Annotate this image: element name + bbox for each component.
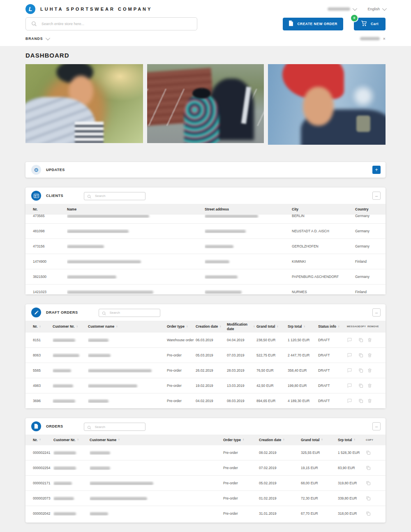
copy-icon[interactable] <box>358 383 367 388</box>
hero-image-1[interactable] <box>25 64 143 143</box>
table-cell: NURMES <box>292 290 355 294</box>
updates-add-button[interactable]: + <box>372 166 381 174</box>
column-header[interactable]: Srp total↑ <box>288 323 318 331</box>
table-row[interactable]: 1421023NURMESFinland <box>25 285 386 294</box>
selected-user-chip[interactable]: × <box>360 37 386 41</box>
create-new-order-label: CREATE NEW ORDER <box>297 22 337 26</box>
table-row[interactable]: 3821500PAPENBURG ASCHENDORFGermany <box>25 269 386 285</box>
table-row[interactable]: 000002042Pre-order31.01.201967,70 EUR318… <box>25 506 386 521</box>
table-row[interactable]: 481098NEUSTADT A D. AISCHGermany <box>25 224 386 239</box>
column-header[interactable]: Status info↑ <box>318 323 347 331</box>
column-header[interactable]: Order type↑ <box>167 323 196 331</box>
table-cell: 4 189,30 EUR <box>288 399 318 403</box>
copy-icon[interactable] <box>358 338 367 342</box>
table-row[interactable]: 473156GEROLZHOFENGermany <box>25 239 386 254</box>
redacted-text <box>53 354 79 357</box>
store-search <box>25 17 197 30</box>
table-row[interactable]: 000002073Pre-order01.02.201972,30 EUR339… <box>25 491 386 506</box>
table-cell <box>53 481 90 485</box>
column-header[interactable]: Grand total↑ <box>301 436 338 444</box>
copy-icon[interactable] <box>366 511 378 516</box>
create-new-order-button[interactable]: CREATE NEW ORDER <box>283 18 343 30</box>
table-row[interactable]: 473565BERLINGermany <box>25 215 386 224</box>
search-input[interactable] <box>25 17 197 30</box>
copy-icon[interactable] <box>358 368 367 373</box>
column-header[interactable]: Creation date↑ <box>259 436 301 444</box>
table-cell: Germany <box>355 275 376 279</box>
column-header: COPY <box>366 437 378 444</box>
hero-image-3[interactable] <box>268 64 386 145</box>
table-row[interactable]: 5565Pre-order26.02.201928.03.201976,50 E… <box>25 363 386 378</box>
column-header[interactable]: Customer name↑ <box>88 323 167 331</box>
table-cell: DRAFT <box>318 368 347 372</box>
table-cell <box>90 451 223 455</box>
redacted-text <box>205 215 258 218</box>
draft-orders-search <box>99 308 160 317</box>
table-row[interactable]: 000002171Pre-order05.02.201968,00 EUR319… <box>25 476 386 491</box>
trash-icon[interactable] <box>367 368 378 373</box>
clients-search-input[interactable] <box>84 192 145 200</box>
close-icon[interactable]: × <box>383 37 386 41</box>
orders-collapse-button[interactable]: – <box>372 422 381 430</box>
table-row[interactable]: 8063Pre-order05.03.201907.03.2019522,75 … <box>25 348 386 363</box>
sort-arrow-icon: ↑ <box>321 438 323 442</box>
trash-icon[interactable] <box>367 353 378 358</box>
hero-image-2[interactable] <box>147 64 264 143</box>
table-cell <box>205 290 292 294</box>
column-header[interactable]: Srp total↑ <box>338 436 366 444</box>
copy-icon[interactable] <box>358 398 367 403</box>
orders-search-input[interactable] <box>84 423 145 431</box>
language-selector[interactable]: English <box>367 7 386 11</box>
message-icon[interactable] <box>347 338 358 342</box>
table-cell: 339,80 EUR <box>338 496 366 500</box>
table-row[interactable]: 8151Warehouse order06.03.201904.04.20192… <box>25 333 386 348</box>
message-icon[interactable] <box>347 368 358 373</box>
trash-icon[interactable] <box>367 383 378 388</box>
message-icon[interactable] <box>347 353 358 358</box>
cart-button[interactable]: Cart <box>354 18 386 30</box>
column-header[interactable]: Order type↑ <box>223 436 259 444</box>
language-label: English <box>367 7 380 11</box>
redacted-text <box>205 260 229 264</box>
redacted-text <box>88 369 152 372</box>
copy-icon[interactable] <box>366 496 378 501</box>
redacted-text <box>53 512 76 516</box>
copy-icon[interactable] <box>366 465 378 470</box>
table-row[interactable]: 4983Pre-order19.02.201913.03.201942,50 E… <box>25 378 386 393</box>
table-cell: Pre-order <box>167 368 196 372</box>
topbar: L LUHTA SPORTSWEAR COMPANY English <box>0 0 411 46</box>
column-header[interactable]: Customer Nr.↑ <box>53 323 88 331</box>
table-row[interactable]: 000002254Pre-order07.02.201919,15 EUR83,… <box>25 460 386 476</box>
updates-title: UPDATES <box>46 168 65 172</box>
copy-icon[interactable] <box>366 481 378 486</box>
message-icon[interactable] <box>347 398 358 403</box>
brands-dropdown[interactable]: BRANDS <box>25 37 49 41</box>
table-row[interactable]: 1474900KIIMINKIFinland <box>25 254 386 269</box>
column-header[interactable]: Nr.↑ <box>33 436 53 444</box>
redacted-text <box>205 291 242 294</box>
message-icon[interactable] <box>347 383 358 388</box>
redacted-text <box>88 354 111 357</box>
trash-icon[interactable] <box>367 338 378 342</box>
column-header[interactable]: Customer Nr.↑ <box>53 436 90 444</box>
draft-orders-search-input[interactable] <box>99 309 160 317</box>
trash-icon[interactable] <box>367 398 378 403</box>
user-menu[interactable] <box>328 7 356 11</box>
redacted-text <box>53 451 76 455</box>
column-header[interactable]: Grand total↑ <box>256 323 288 331</box>
table-cell: Germany <box>355 215 376 218</box>
copy-icon[interactable] <box>366 450 378 455</box>
copy-icon[interactable] <box>358 353 367 358</box>
column-header: Nr. <box>33 206 67 213</box>
column-header[interactable]: Modification date↑ <box>227 321 256 333</box>
table-cell: 1 528,30 EUR <box>338 451 366 455</box>
column-header[interactable]: Creation date↑ <box>196 323 227 331</box>
clients-collapse-button[interactable]: – <box>372 192 381 200</box>
table-cell <box>205 215 292 218</box>
draft-orders-collapse-button[interactable]: – <box>372 308 381 317</box>
table-row[interactable]: 000002241Pre-order08.02.2019325,55 EUR1 … <box>25 445 386 460</box>
table-row[interactable]: 3696Pre-order04.02.201908.03.2019894,65 … <box>25 393 386 408</box>
column-header[interactable]: Customer Name↑ <box>90 436 223 444</box>
redacted-text <box>67 275 116 279</box>
column-header[interactable]: Nr.↑ <box>33 323 53 331</box>
